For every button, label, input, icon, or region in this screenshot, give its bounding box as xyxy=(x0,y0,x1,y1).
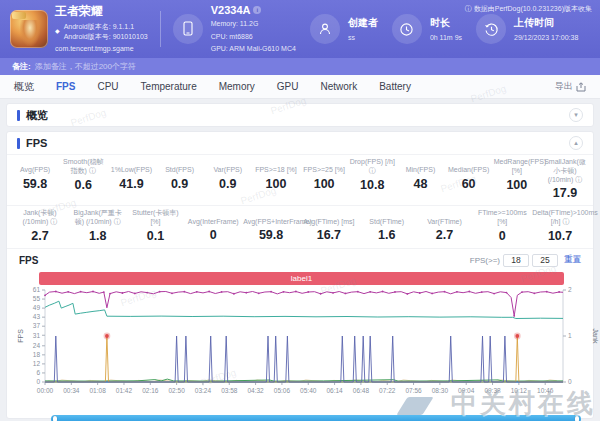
stat-value: 0 xyxy=(185,228,241,242)
stat-cell: Drop(FPS) [/h] ⓘ10.8 xyxy=(348,158,396,202)
overview-section-title: 概览 xyxy=(26,108,48,123)
stat-cell: 1%Low(FPS)41.9 xyxy=(107,158,155,202)
stat-cell: BigJank(严重卡顿) (/10min) ⓘ1.8 xyxy=(69,209,127,245)
note-bar[interactable]: 备注: 添加备注，不超过200个字符 xyxy=(0,58,600,75)
device-name: V2334A xyxy=(211,4,251,16)
tab-memory[interactable]: Memory xyxy=(219,81,255,92)
svg-text:0: 0 xyxy=(568,378,572,385)
svg-text:04:32: 04:32 xyxy=(247,387,264,394)
stat-label: Std(FPS) xyxy=(157,158,203,175)
svg-text:09:04: 09:04 xyxy=(458,387,475,394)
stat-value: 59.8 xyxy=(243,228,299,242)
svg-text:07:22: 07:22 xyxy=(379,387,396,394)
stat-cell: Smooth(稳帧指数) ⓘ0.6 xyxy=(59,158,107,202)
svg-text:61: 61 xyxy=(33,286,41,293)
device-info: V2334Ai Memory: 11.2G CPU: mt6886 GPU: A… xyxy=(173,4,296,54)
diamond-bullet-icon: ◆ xyxy=(55,28,60,35)
stat-value: 0.9 xyxy=(205,177,251,191)
game-title: 王者荣耀 xyxy=(55,5,148,18)
device-info-icon[interactable]: i xyxy=(253,6,261,14)
svg-text:01:08: 01:08 xyxy=(90,387,107,394)
stat-cell: Var(FPS)0.9 xyxy=(204,158,252,202)
svg-text:2: 2 xyxy=(568,286,572,293)
upload-label: 上传时间 xyxy=(514,16,578,30)
svg-text:18: 18 xyxy=(33,351,41,358)
svg-text:00:34: 00:34 xyxy=(63,387,80,394)
stat-cell: Avg(FTime) [ms]16.7 xyxy=(300,209,358,245)
stat-cell: Var(FTime)2.7 xyxy=(416,209,474,245)
stat-cell: Std(FTime)1.6 xyxy=(358,209,416,245)
stat-cell: FPS>=18 [%]100 xyxy=(252,158,300,202)
chevron-up-icon: ▴ xyxy=(574,139,578,147)
stat-value: 2.7 xyxy=(417,228,473,242)
stat-label: Avg(FPS) xyxy=(12,158,58,175)
fps-threshold-label: FPS(>=) xyxy=(470,256,500,265)
svg-text:12: 12 xyxy=(33,360,41,367)
stat-value: 17.9 xyxy=(542,186,588,200)
stat-label: Std(FTime) xyxy=(359,209,415,226)
svg-text:03:24: 03:24 xyxy=(195,387,212,394)
stat-cell: Std(FPS)0.9 xyxy=(156,158,204,202)
export-button[interactable]: 导出 xyxy=(555,80,586,93)
svg-text:6: 6 xyxy=(36,369,40,376)
fps-threshold-input-1[interactable] xyxy=(503,254,529,267)
device-gpu: GPU: ARM Mali-G610 MC4 xyxy=(211,44,296,54)
overview-collapse-button[interactable]: ▾ xyxy=(569,108,583,122)
chart-series-label-bar[interactable]: label1 xyxy=(39,272,564,285)
svg-text:37: 37 xyxy=(33,322,41,329)
fps-threshold-input-2[interactable] xyxy=(532,254,558,267)
svg-text:03:58: 03:58 xyxy=(221,387,238,394)
svg-text:00:00: 00:00 xyxy=(37,387,54,394)
stat-cell: Min(FPS)48 xyxy=(396,158,444,202)
svg-text:43: 43 xyxy=(33,313,41,320)
fps-collapse-button[interactable]: ▴ xyxy=(569,136,583,150)
tab-gpu[interactable]: GPU xyxy=(277,81,299,92)
stat-label: Min(FPS) xyxy=(397,158,443,175)
stat-label: SmallJank(微小卡顿) (/10min) ⓘ xyxy=(542,158,588,184)
svg-text:Jank: Jank xyxy=(592,328,599,343)
tab-cpu[interactable]: CPU xyxy=(97,81,118,92)
stat-label: MedRange(FPS)[%] xyxy=(494,158,540,176)
tab-temperature[interactable]: Temperature xyxy=(141,81,197,92)
stat-value: 60 xyxy=(446,177,492,191)
stat-value: 41.9 xyxy=(108,177,154,191)
reset-button[interactable]: 重置 xyxy=(564,254,581,266)
metric-tabbar: 概览FPSCPUTemperatureMemoryGPUNetworkBatte… xyxy=(0,75,600,99)
section-accent-bar xyxy=(17,138,20,149)
tab-fps[interactable]: FPS xyxy=(56,81,75,92)
note-placeholder: 添加备注，不超过200个字符 xyxy=(35,61,136,72)
svg-text:55: 55 xyxy=(33,295,41,302)
report-header: 王者荣耀 ◆ Android版本名: 9.1.1.1 Android版本号: 9… xyxy=(0,0,600,58)
section-accent-bar xyxy=(17,110,20,121)
stat-value: 16.7 xyxy=(301,228,357,242)
stat-value: 0.9 xyxy=(157,177,203,191)
svg-text:1: 1 xyxy=(568,332,572,339)
collect-note: 数据由PerfDog(10.0.231236)版本收集 xyxy=(474,5,592,12)
duration-info: 时长 0h 11m 9s xyxy=(392,14,462,44)
tab-概览[interactable]: 概览 xyxy=(14,80,34,94)
svg-text:49: 49 xyxy=(33,304,41,311)
fps-section-title: FPS xyxy=(26,137,47,149)
tab-network[interactable]: Network xyxy=(321,81,358,92)
svg-text:02:50: 02:50 xyxy=(168,387,185,394)
fps-stats-row-2: Jank(卡顿) (/10min) ⓘ2.7BigJank(严重卡顿) (/10… xyxy=(7,205,593,248)
stat-label: Avg(FPS+InterFrame) xyxy=(243,209,299,226)
stat-cell: Avg(InterFrame)0 xyxy=(184,209,242,245)
svg-text:01:42: 01:42 xyxy=(116,387,133,394)
chart-range-slider[interactable] xyxy=(51,415,581,421)
export-label: 导出 xyxy=(555,80,573,93)
creator-value: ss xyxy=(348,33,378,43)
android-version-name: Android版本名: 9.1.1.1 xyxy=(64,22,148,32)
stat-label: Var(FTime) xyxy=(417,209,473,226)
stat-cell: Avg(FPS)59.8 xyxy=(11,158,59,202)
package-name: com.tencent.tmgp.sgame xyxy=(55,45,148,53)
stat-value: 1.6 xyxy=(359,228,415,242)
stat-cell: Jank(卡顿) (/10min) ⓘ2.7 xyxy=(11,209,69,245)
svg-text:10:46: 10:46 xyxy=(537,387,554,394)
fps-chart-svg: 0612182431374349556101200:0000:3401:0801… xyxy=(13,286,600,410)
stat-value: 10.7 xyxy=(532,229,588,243)
tab-battery[interactable]: Battery xyxy=(379,81,411,92)
stat-value: 0.6 xyxy=(60,178,106,192)
upload-time-icon xyxy=(476,14,506,44)
header-divider xyxy=(160,11,161,47)
